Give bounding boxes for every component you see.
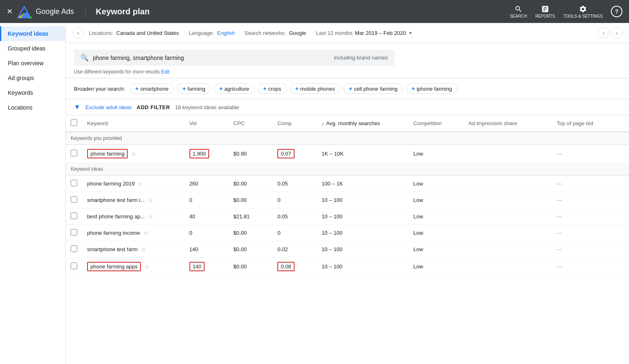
col-header-keyword[interactable]: Keyword [82, 115, 184, 132]
row-checkbox[interactable] [71, 229, 77, 236]
add-filter-button[interactable]: ADD FILTER [137, 104, 170, 110]
sidebar-item-locations[interactable]: Locations [0, 100, 65, 115]
main-content: ‹ Locations: Canada and United States La… [66, 23, 629, 364]
row-checkbox[interactable] [71, 245, 77, 252]
row-checkbox-cell[interactable] [66, 176, 82, 192]
tools-nav-button[interactable]: TOOLS & SETTINGS [563, 5, 603, 18]
row-checkbox-cell[interactable] [66, 208, 82, 225]
search-nav-label: SEARCH [510, 14, 527, 18]
sidebar-item-keyword-ideas[interactable]: Keyword ideas [0, 26, 65, 41]
search-nav-button[interactable]: SEARCH [510, 5, 527, 18]
row-checkbox-cell[interactable] [66, 241, 82, 258]
row-checkbox-cell[interactable] [66, 258, 82, 276]
row-ad-impression [463, 258, 552, 276]
date-prev-button[interactable]: ‹ [598, 27, 609, 39]
row-checkbox-cell[interactable] [66, 145, 82, 163]
table-row: smartphone test farm ☆ 140 $0.00 0.02 10… [66, 241, 629, 258]
row-avg-monthly: 10 – 100 [317, 192, 408, 208]
reports-nav-button[interactable]: REPORTS [535, 5, 555, 18]
col-header-avg-monthly[interactable]: ↓ Avg. monthly searches [317, 115, 408, 132]
sidebar-item-grouped-ideas[interactable]: Grouped ideas [0, 41, 65, 56]
filter-bar: ▼ Exclude adult ideas ADD FILTER 18 keyw… [66, 99, 629, 115]
networks-value: Google [289, 30, 306, 36]
row-comp: 0 [272, 192, 316, 208]
main-layout: Keyword ideas Grouped ideas Plan overvie… [0, 23, 629, 364]
col-header-top-page-bid[interactable]: Top of page bid [552, 115, 629, 132]
star-icon[interactable]: ☆ [141, 246, 146, 253]
select-all-checkbox[interactable] [71, 119, 77, 126]
help-button[interactable]: ? [611, 6, 622, 17]
col-header-comp[interactable]: Comp [272, 115, 316, 132]
table-row: phone farming 2019 ☆ 260 $0.00 0.05 100 … [66, 176, 629, 192]
row-keyword: smartphone test farm ☆ [82, 241, 184, 258]
row-top-page-bid: — [552, 192, 629, 208]
row-comp: 0 [272, 225, 316, 241]
table-row: phone farming income ☆ 0 $0.00 0 10 – 10… [66, 225, 629, 241]
sidebar-item-plan-overview[interactable]: Plan overview [0, 56, 65, 71]
row-keyword: best phone farming ap... ☆ [82, 208, 184, 225]
close-button[interactable]: ✕ [7, 7, 13, 16]
row-top-page-bid: — [552, 241, 629, 258]
broaden-chip-smartphone[interactable]: + smartphone [130, 83, 174, 94]
keyword-table-container: Keyword Vol CPC Comp ↓ Avg [66, 115, 629, 276]
broaden-chip-iphone-farming[interactable]: + iphone farming [406, 83, 457, 94]
table-row: smartphone test farm i... ☆ 0 $0.00 0 10… [66, 192, 629, 208]
row-cpc: $0.00 [228, 192, 272, 208]
col-header-select[interactable] [66, 115, 82, 132]
section-header-ideas: Keyword ideas [66, 163, 629, 176]
date-range-value: Mar 2019 – Feb 2020 [355, 30, 406, 36]
row-checkbox[interactable] [71, 150, 77, 156]
row-top-page-bid: — [552, 176, 629, 192]
col-header-competition[interactable]: Competition [408, 115, 463, 132]
broaden-chip-farming[interactable]: + farming [177, 83, 211, 94]
col-header-ad-impression[interactable]: Ad impression share [463, 115, 552, 132]
broaden-search-area: Broaden your search: + smartphone + farm… [66, 78, 629, 99]
row-keyword: smartphone test farm i... ☆ [82, 192, 184, 208]
row-comp: 0.05 [272, 208, 316, 225]
search-box: 🔍 phone farming, smartphone farming Incl… [74, 50, 394, 66]
section-header-provided: Keywords you provided [66, 132, 629, 145]
broaden-chip-mobile-phones[interactable]: + mobile phones [290, 83, 341, 94]
locations-value: Canada and United States [116, 30, 179, 36]
col-header-cpc[interactable]: CPC [228, 115, 272, 132]
row-checkbox[interactable] [71, 196, 77, 203]
star-icon[interactable]: ☆ [143, 230, 149, 236]
date-range-selector[interactable]: Last 12 months Mar 2019 – Feb 2020 ▼ [316, 30, 412, 36]
top-nav-right: SEARCH REPORTS TOOLS & SETTINGS ? [510, 5, 622, 18]
header-meta: Locations: Canada and United States Lang… [89, 30, 593, 36]
date-nav-controls: ‹ › [598, 27, 622, 39]
star-icon[interactable]: ☆ [148, 197, 153, 204]
star-icon[interactable]: ☆ [131, 151, 136, 157]
row-cpc: $0.00 [228, 176, 272, 192]
table-row: phone farming ☆ 1,900 $0.90 0.07 1K – 10… [66, 145, 629, 163]
row-checkbox[interactable] [71, 213, 77, 219]
exclude-adult-button[interactable]: Exclude adult ideas [85, 104, 132, 110]
sidebar-item-ad-groups[interactable]: Ad groups [0, 71, 65, 85]
row-avg-monthly: 10 – 100 [317, 225, 408, 241]
row-competition: Low [408, 258, 463, 276]
broaden-chip-cell-phone-farming[interactable]: + cell phone farming [343, 83, 403, 94]
row-keyword: phone farming ☆ [82, 145, 184, 163]
row-avg-monthly: 10 – 100 [317, 241, 408, 258]
edit-link[interactable]: Edit [161, 69, 170, 75]
sidebar-item-keywords[interactable]: Keywords [0, 85, 65, 100]
row-checkbox[interactable] [71, 263, 77, 269]
broaden-chip-crops[interactable]: + crops [258, 83, 287, 94]
row-ad-impression [463, 192, 552, 208]
date-next-button[interactable]: › [611, 27, 622, 39]
tools-nav-label: TOOLS & SETTINGS [563, 14, 603, 18]
row-checkbox-cell[interactable] [66, 192, 82, 208]
row-checkbox[interactable] [71, 180, 77, 186]
language-meta: Language: English [189, 30, 235, 36]
star-icon[interactable]: ☆ [144, 263, 150, 270]
broaden-chip-agriculture[interactable]: + agriculture [214, 83, 255, 94]
row-competition: Low [408, 176, 463, 192]
search-icon: 🔍 [81, 54, 89, 62]
star-icon[interactable]: ☆ [138, 181, 143, 187]
collapse-button[interactable]: ‹ [72, 27, 84, 39]
row-keyword: phone farming 2019 ☆ [82, 176, 184, 192]
row-checkbox-cell[interactable] [66, 225, 82, 241]
ideas-count: 18 keyword ideas available [175, 104, 239, 110]
star-icon[interactable]: ☆ [148, 213, 153, 220]
col-header-vol[interactable]: Vol [184, 115, 228, 132]
